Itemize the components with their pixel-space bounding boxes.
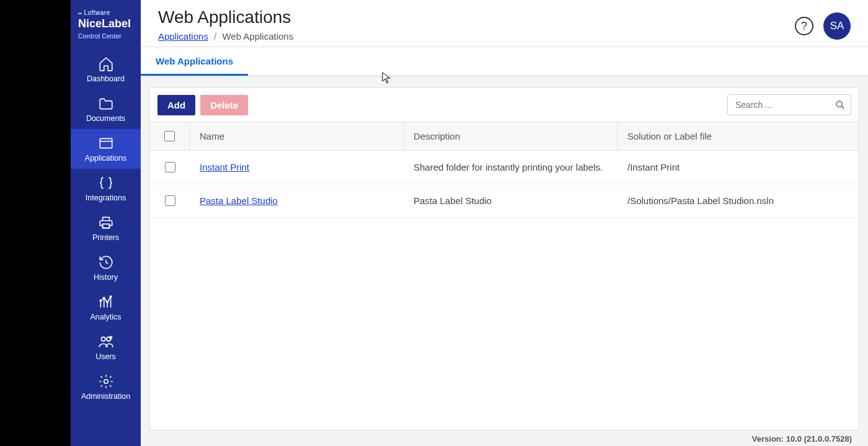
printer-icon bbox=[98, 215, 114, 231]
history-icon bbox=[98, 254, 114, 270]
table-header: Name Description Solution or Label file bbox=[150, 122, 859, 151]
gear-icon bbox=[98, 373, 114, 390]
breadcrumb-current: Web Applications bbox=[222, 31, 293, 42]
app-solution: /Solutions/Pasta Label Studion.nsln bbox=[618, 184, 859, 217]
app-solution: /Instant Print bbox=[618, 151, 859, 184]
app-description: Pasta Label Studio bbox=[404, 184, 618, 217]
sidebar-item-users[interactable]: Users bbox=[71, 328, 141, 367]
analytics-icon bbox=[98, 294, 114, 310]
version-footer: Version: 10.0 (21.0.0.7528) bbox=[149, 430, 859, 446]
nav-label: Users bbox=[95, 352, 116, 361]
sidebar-item-analytics[interactable]: Analytics bbox=[71, 288, 141, 328]
col-solution[interactable]: Solution or Label file bbox=[618, 122, 859, 150]
main-content: Web Applications Applications / Web Appl… bbox=[141, 0, 868, 446]
brand-sub: Control Center bbox=[78, 33, 136, 40]
help-icon[interactable]: ? bbox=[795, 17, 813, 35]
sidebar-item-history[interactable]: History bbox=[71, 248, 141, 288]
nav-label: Analytics bbox=[90, 313, 121, 321]
header: Web Applications Applications / Web Appl… bbox=[141, 0, 868, 47]
breadcrumb-sep: / bbox=[214, 31, 216, 42]
sidebar-item-documents[interactable]: Documents bbox=[71, 89, 141, 129]
nav-label: Administration bbox=[81, 392, 130, 401]
breadcrumb-root[interactable]: Applications bbox=[158, 31, 208, 42]
table-row: Instant Print Shared folder for instantl… bbox=[150, 151, 859, 184]
nav-label: Integrations bbox=[86, 194, 126, 202]
table-row: Pasta Label Studio Pasta Label Studio /S… bbox=[150, 184, 859, 218]
window-icon bbox=[98, 135, 114, 151]
nav-label: Documents bbox=[86, 114, 125, 123]
sidebar-item-administration[interactable]: Administration bbox=[71, 367, 141, 407]
search-input[interactable] bbox=[727, 94, 851, 115]
nav-label: Applications bbox=[85, 154, 126, 163]
svg-rect-1 bbox=[102, 224, 109, 228]
breadcrumb: Applications / Web Applications bbox=[158, 31, 795, 42]
users-icon bbox=[98, 334, 114, 350]
delete-button[interactable]: Delete bbox=[200, 95, 248, 115]
panel: Add Delete Name Description Solution or … bbox=[149, 87, 859, 430]
brand-product: NiceLabel bbox=[78, 17, 136, 30]
nav-label: Printers bbox=[92, 233, 119, 242]
select-all-checkbox[interactable] bbox=[164, 131, 175, 141]
tab-web-applications[interactable]: Web Applications bbox=[141, 47, 248, 76]
app-link[interactable]: Instant Print bbox=[200, 162, 249, 172]
toolbar: Add Delete bbox=[150, 88, 859, 122]
add-button[interactable]: Add bbox=[157, 95, 195, 115]
page-title: Web Applications bbox=[158, 7, 795, 27]
tabs: Web Applications bbox=[141, 47, 868, 76]
svg-point-6 bbox=[101, 337, 105, 341]
sidebar-item-dashboard[interactable]: Dashboard bbox=[71, 50, 141, 89]
sidebar: Loftware NiceLabel Control Center Dashbo… bbox=[71, 0, 141, 446]
sidebar-item-applications[interactable]: Applications bbox=[71, 129, 141, 169]
col-description[interactable]: Description bbox=[404, 122, 618, 150]
nav-label: Dashboard bbox=[87, 74, 125, 83]
svg-rect-0 bbox=[100, 138, 112, 148]
app-link[interactable]: Pasta Label Studio bbox=[200, 195, 278, 206]
sidebar-item-integrations[interactable]: Integrations bbox=[71, 169, 141, 208]
nav-label: History bbox=[94, 273, 118, 282]
home-icon bbox=[98, 56, 114, 72]
avatar[interactable]: SA bbox=[823, 12, 851, 40]
brand-company: Loftware bbox=[78, 9, 136, 16]
applications-table: Name Description Solution or Label file … bbox=[150, 122, 859, 430]
app-description: Shared folder for instantly printing you… bbox=[404, 151, 618, 184]
folder-icon bbox=[98, 96, 114, 112]
row-checkbox[interactable] bbox=[165, 195, 175, 206]
logo: Loftware NiceLabel Control Center bbox=[71, 0, 141, 46]
braces-icon bbox=[98, 175, 114, 191]
svg-point-9 bbox=[104, 380, 108, 384]
table-body[interactable]: Instant Print Shared folder for instantl… bbox=[150, 151, 859, 430]
left-black-bar bbox=[0, 0, 71, 446]
col-name[interactable]: Name bbox=[190, 122, 404, 150]
sidebar-item-printers[interactable]: Printers bbox=[71, 208, 141, 248]
row-checkbox[interactable] bbox=[165, 162, 175, 172]
